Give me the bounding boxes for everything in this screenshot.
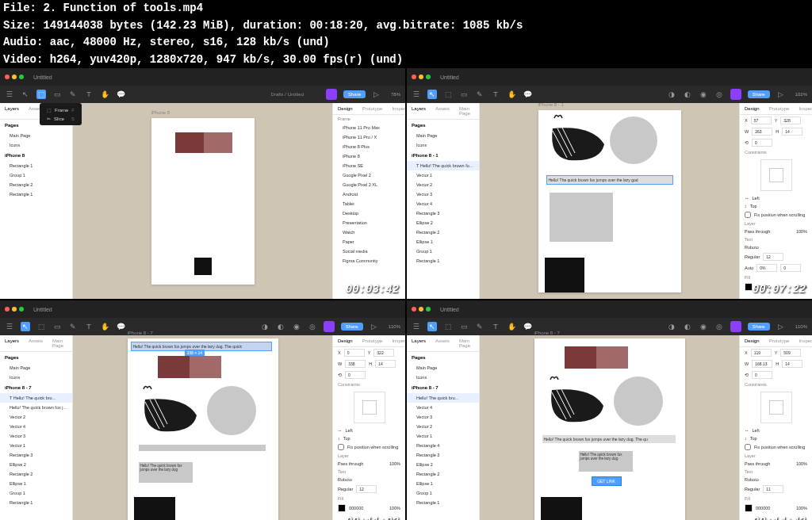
layer-item[interactable]: Vector 3 [407,189,479,199]
layer-item[interactable]: Paper [333,237,405,247]
max-dot[interactable] [19,75,24,79]
layer-item[interactable]: Rectangle 4 [407,441,479,450]
avatar[interactable] [326,89,337,100]
get-link-button[interactable]: GET LINK [592,476,622,486]
layer-item[interactable]: Ellipse 1 [407,479,479,488]
layer-item[interactable]: Google Pixel 2 XL [333,180,405,189]
layer-item[interactable]: Android [333,189,405,199]
layer-item[interactable]: Rectangle 3 [407,450,479,460]
layer-item[interactable]: Group 1 [0,488,72,498]
layer-item[interactable]: Vector 2 [0,412,72,422]
layer-item[interactable]: Watch [333,228,405,237]
layer-item[interactable]: Presentation [333,218,405,228]
layer-item[interactable]: Ellipse 2 [407,218,479,228]
layer-item[interactable]: Group 1 [407,488,479,498]
frame-tool-icon[interactable]: ⬚ [36,90,46,99]
text-element[interactable]: Hello! The quick brown fox jumps over th… [546,175,673,185]
pen-tool-icon[interactable]: ✎ [475,90,485,99]
layer-item[interactable]: Rectangle 3 [0,450,72,460]
layer-item[interactable]: Tablet [333,199,405,208]
layers-panel: LayersAssetsMain Page Pages Main Page Ic… [0,103,73,299]
layer-item[interactable]: Vector 4 [0,422,72,431]
close-dot[interactable] [5,75,10,79]
canvas[interactable]: iPhone 8 - 1 Hello! The quick brown fox … [480,103,739,299]
min-dot[interactable] [12,75,17,79]
layer-item[interactable]: Vector 1 [407,170,479,180]
canvas[interactable]: iPhone 8 - 7 Hello! The quick brown fox … [480,335,739,520]
zoom-level[interactable]: 78% [391,92,400,97]
rectangle[interactable] [545,258,584,292]
thumbnail-4: Untitled ☰↖⬚▭✎T✋💬 ◑◐◉◎ Share▷ 110% Layer… [407,300,812,520]
play-icon[interactable]: ▷ [372,90,381,99]
layer-item[interactable]: Ellipse 2 [0,460,72,469]
layer-item[interactable]: Group 1 [0,170,72,180]
hand-tool-icon[interactable]: ✋ [100,90,109,99]
layer-item[interactable]: Ellipse 1 [407,237,479,247]
pen-tool-icon[interactable]: ✎ [68,90,78,99]
window-titlebar: Untitled [0,68,405,86]
layer-item[interactable]: Desktop [333,208,405,218]
layer-item[interactable]: iPhone 11 Pro Max [333,123,405,132]
layer-item[interactable]: Rectangle 1 [0,498,72,507]
layer-item[interactable]: iPhone SE [333,161,405,170]
comment-tool-icon[interactable]: 💬 [523,90,532,99]
thumbnail-3: Untitled ☰↖⬚▭✎T✋💬 ◑◐◉◎ Share▷ 110% Layer… [0,300,405,520]
text-tool-icon[interactable]: T [491,90,500,99]
audio-info-line: Audio: aac, 48000 Hz, stereo, s16, 128 k… [0,34,812,52]
layer-item[interactable]: Vector 2 [407,422,479,431]
shape-tool-icon[interactable]: ▭ [459,90,469,99]
layer-item[interactable]: Vector 3 [407,412,479,422]
hand-tool-icon[interactable]: ✋ [507,90,516,99]
ellipse[interactable] [610,117,657,164]
text-tool-icon[interactable]: T [84,90,94,99]
comment-tool-icon[interactable]: 💬 [116,90,125,99]
frame-tool-icon[interactable]: ⬚ [443,90,453,99]
menu-icon[interactable]: ☰ [412,90,421,99]
layer-item[interactable]: iPhone 8 Plus [333,142,405,151]
move-tool-icon[interactable]: ↖ [21,90,30,99]
layers-tab[interactable]: Layers [0,103,24,119]
share-button[interactable]: Share [343,90,366,98]
layer-item[interactable]: Vector 2 [407,180,479,189]
layer-item[interactable]: Rectangle 2 [0,469,72,479]
rectangle[interactable] [175,132,204,153]
frame-dropdown: ⬚ Frame F ✂ Slice S [40,103,82,125]
constraints-widget[interactable] [760,159,792,191]
layer-item[interactable]: Rectangle 2 [0,180,72,189]
layer-item[interactable]: Vector 1 [407,431,479,441]
slice-option[interactable]: ✂ Slice S [42,114,79,123]
canvas[interactable]: iPhone 8 [73,103,332,299]
rectangle[interactable] [204,132,232,153]
layer-item[interactable]: Group 1 [407,247,479,256]
layer-item[interactable]: Google Pixel 2 [333,170,405,180]
move-tool-icon[interactable]: ↖ [427,90,437,99]
layer-item[interactable]: Ellipse 1 [0,479,72,488]
selected-layer[interactable]: T Hello! The quick brown fox ju... [407,161,479,170]
layer-item[interactable]: Rectangle 1 [407,256,479,266]
timestamp: 00:03:42 [346,283,399,296]
menu-icon[interactable]: ☰ [5,90,14,99]
layer-item[interactable]: Rectangle 2 [407,228,479,237]
layer-item[interactable]: Rectangle 1 [0,161,72,170]
layer-item[interactable]: iPhone 8 [333,151,405,161]
canvas[interactable]: iPhone 8 - 7 Hello! The quick brown fox … [73,335,332,520]
layer-item[interactable]: Social media [333,247,405,256]
window-title: Untitled [33,75,52,80]
layer-item[interactable]: Rectangle 1 [407,498,479,507]
rectangle[interactable] [550,193,613,242]
layer-item[interactable]: Vector 4 [407,199,479,208]
layer-item[interactable]: Vector 1 [0,441,72,450]
layer-item[interactable]: Rectangle 3 [407,208,479,218]
layer-item[interactable]: iPhone 11 Pro / X [333,132,405,142]
frame-option[interactable]: ⬚ Frame F [42,105,79,114]
layer-item[interactable]: Vector 3 [0,431,72,441]
layer-item[interactable]: Ellipse 2 [407,460,479,469]
layer-item[interactable]: Hello! The quick brown fox j... [0,403,72,412]
layer-item[interactable]: Vector 4 [407,403,479,412]
layer-item[interactable]: Figma Community [333,256,405,266]
layer-item[interactable]: Rectangle 2 [407,469,479,479]
layer-item[interactable]: Rectangle 1 [0,189,72,199]
shape-tool-icon[interactable]: ▭ [52,90,62,99]
video-info-line: Video: h264, yuv420p, 1280x720, 947 kb/s… [0,52,812,69]
rectangle[interactable] [194,258,212,275]
